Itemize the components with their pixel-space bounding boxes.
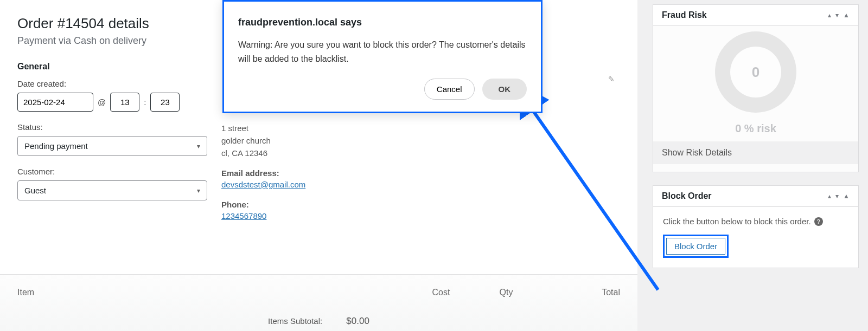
col-total: Total: [539, 288, 620, 297]
phone-label: Phone:: [221, 200, 620, 209]
time-colon: :: [144, 98, 146, 107]
dialog-host: fraudprevention.local says: [238, 17, 527, 28]
date-created-label: Date created:: [17, 79, 207, 88]
date-input[interactable]: [17, 93, 93, 112]
billing-address-line3: cl, CA 12346: [221, 148, 620, 158]
payment-subtitle: Payment via Cash on delivery: [17, 35, 207, 47]
chevron-down-icon: ▾: [197, 187, 200, 194]
chevron-down-icon[interactable]: ▾: [835, 12, 839, 18]
block-order-button[interactable]: Block Order: [666, 238, 725, 255]
triangle-up-icon[interactable]: ▲: [843, 193, 850, 199]
status-select[interactable]: Pending payment ▾: [17, 136, 207, 156]
billing-address-line2: golder church: [221, 136, 620, 145]
cancel-button[interactable]: Cancel: [424, 79, 475, 100]
order-title: Order #14504 details: [17, 15, 207, 32]
help-icon[interactable]: ?: [814, 217, 823, 226]
block-order-highlight: Block Order: [663, 235, 729, 258]
at-symbol: @: [98, 98, 106, 107]
fraud-risk-title: Fraud Risk: [662, 10, 707, 20]
block-order-title: Block Order: [662, 191, 712, 201]
items-subtotal-value: $0.00: [346, 316, 369, 326]
pencil-icon[interactable]: ✎: [608, 75, 615, 83]
fraud-risk-label: 0 % risk: [735, 122, 776, 135]
block-order-desc: Click the button below to block this ord…: [663, 217, 811, 226]
status-value: Pending payment: [24, 141, 88, 151]
fraud-risk-score: 0: [752, 64, 760, 81]
email-link[interactable]: devsdstest@gmail.com: [221, 180, 305, 189]
col-cost: Cost: [409, 288, 474, 297]
customer-value: Guest: [24, 186, 46, 195]
items-section: Item Cost Qty Total Items Subtotal: $0.0…: [0, 274, 637, 331]
status-label: Status:: [17, 122, 207, 132]
chevron-up-icon[interactable]: ▴: [828, 12, 831, 18]
triangle-up-icon[interactable]: ▲: [843, 12, 850, 18]
chevron-up-icon[interactable]: ▴: [828, 193, 831, 199]
general-heading: General: [17, 62, 207, 72]
minute-input[interactable]: [150, 93, 180, 112]
hour-input[interactable]: [110, 93, 139, 112]
fraud-risk-box: Fraud Risk ▴ ▾ ▲ 0 0 % risk Show Risk De…: [653, 4, 859, 172]
phone-link[interactable]: 1234567890: [221, 211, 266, 220]
chevron-down-icon[interactable]: ▾: [835, 193, 839, 199]
billing-address-line1: 1 street: [221, 124, 620, 133]
col-item: Item: [17, 288, 409, 297]
customer-select[interactable]: Guest ▾: [17, 180, 207, 200]
chevron-down-icon: ▾: [197, 142, 200, 150]
confirm-dialog: fraudprevention.local says Warning: Are …: [222, 0, 542, 113]
dialog-message: Warning: Are you sure you want to block …: [238, 38, 527, 66]
show-risk-details-button[interactable]: Show Risk Details: [653, 141, 858, 164]
email-label: Email address:: [221, 168, 620, 178]
customer-label: Customer:: [17, 167, 207, 176]
ok-button[interactable]: OK: [482, 79, 527, 100]
items-subtotal-label: Items Subtotal:: [268, 316, 322, 326]
col-qty: Qty: [474, 288, 539, 297]
block-order-box: Block Order ▴ ▾ ▲ Click the button below…: [653, 185, 859, 268]
fraud-risk-gauge: 0: [715, 31, 796, 113]
